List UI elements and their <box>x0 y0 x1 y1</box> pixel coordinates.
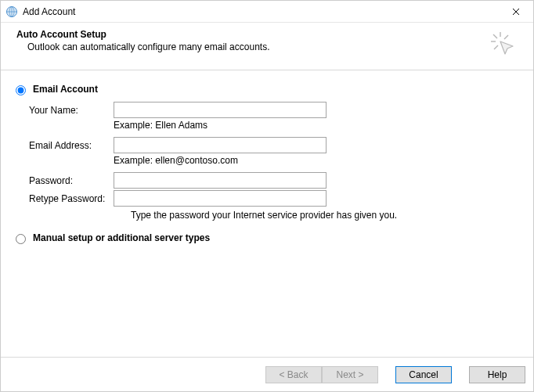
your-name-hint: Example: Ellen Adams <box>114 120 207 131</box>
radio-manual-setup-row: Manual setup or additional server types <box>12 232 518 244</box>
email-address-input[interactable] <box>114 137 327 153</box>
radio-email-account[interactable] <box>16 85 26 95</box>
back-button[interactable]: < Back <box>265 366 322 383</box>
radio-email-account-row: Email Account <box>12 83 518 95</box>
radio-manual-setup-label[interactable]: Manual setup or additional server types <box>33 232 210 243</box>
cancel-button[interactable]: Cancel <box>395 366 452 383</box>
cursor-click-icon <box>488 29 518 59</box>
email-account-form: Your Name: Example: Ellen Adams Email Ad… <box>29 102 518 221</box>
window-title: Add Account <box>23 6 75 17</box>
svg-line-4 <box>504 35 508 39</box>
email-address-label: Email Address: <box>29 140 114 151</box>
password-label: Password: <box>29 175 114 186</box>
password-hint: Type the password your Internet service … <box>131 210 518 221</box>
your-name-input[interactable] <box>114 102 327 118</box>
your-name-label: Your Name: <box>29 105 114 116</box>
next-button[interactable]: Next > <box>322 366 378 383</box>
titlebar: Add Account <box>1 1 533 23</box>
radio-manual-setup[interactable] <box>16 234 26 244</box>
password-input[interactable] <box>114 172 327 189</box>
close-icon <box>512 8 520 16</box>
wizard-header: Auto Account Setup Outlook can automatic… <box>1 23 533 70</box>
close-button[interactable] <box>499 1 533 22</box>
svg-line-5 <box>494 45 498 49</box>
header-subtitle: Outlook can automatically configure many… <box>27 41 488 52</box>
help-button[interactable]: Help <box>469 366 525 383</box>
wizard-footer: < Back Next > Cancel Help <box>1 357 533 391</box>
retype-password-label: Retype Password: <box>29 193 114 204</box>
svg-line-6 <box>493 34 497 38</box>
retype-password-input[interactable] <box>114 190 327 207</box>
app-globe-icon <box>5 5 18 18</box>
radio-email-account-label[interactable]: Email Account <box>33 84 98 95</box>
wizard-body: Email Account Your Name: Example: Ellen … <box>1 70 533 357</box>
header-title: Auto Account Setup <box>16 29 488 40</box>
email-address-hint: Example: ellen@contoso.com <box>114 155 238 166</box>
